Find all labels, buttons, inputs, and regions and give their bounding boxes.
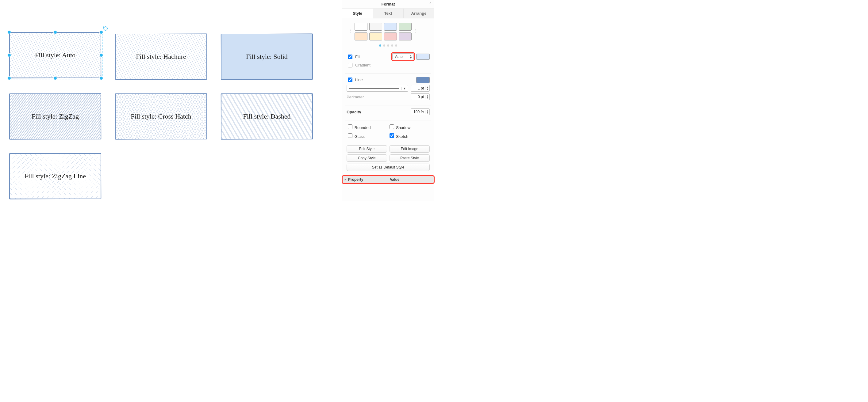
glass-label-text: Glass bbox=[354, 134, 365, 139]
swatch-page-dots bbox=[345, 42, 431, 50]
fill-label-text: Fill bbox=[355, 55, 361, 59]
glass-checkbox-label[interactable]: Glass bbox=[347, 132, 388, 139]
style-swatch[interactable] bbox=[354, 32, 367, 40]
diagram-shape[interactable]: Fill style: ZigZag Line bbox=[9, 153, 101, 199]
swatch-page-dot[interactable] bbox=[395, 44, 397, 46]
style-swatch-palette: 〈 〉 bbox=[345, 20, 431, 42]
edit-image-button[interactable]: Edit Image bbox=[390, 145, 430, 153]
diagram-shape[interactable]: Fill style: Auto bbox=[9, 32, 101, 78]
line-checkbox-label[interactable]: Line bbox=[347, 77, 363, 83]
line-width-value: 1 pt bbox=[413, 86, 425, 90]
chevron-down-icon: ▼ bbox=[401, 87, 406, 90]
shape-label: Fill style: Auto bbox=[35, 51, 75, 59]
style-swatch[interactable] bbox=[369, 32, 382, 40]
shape-flags-section: Rounded Shadow Glass Sketch bbox=[345, 120, 431, 142]
swatch-next-icon[interactable]: 〉 bbox=[414, 29, 420, 34]
fill-checkbox-label[interactable]: Fill bbox=[347, 54, 361, 60]
shape-label: Fill style: Dashed bbox=[243, 112, 290, 121]
resize-handle[interactable] bbox=[99, 53, 103, 57]
value-column-header: Value bbox=[390, 177, 432, 182]
style-swatch[interactable] bbox=[399, 32, 412, 40]
fill-style-value: Auto bbox=[395, 55, 403, 59]
swatch-prev-icon[interactable]: 〈 bbox=[347, 29, 352, 34]
diagram-shape[interactable]: Fill style: Dashed bbox=[221, 94, 313, 139]
style-swatch[interactable] bbox=[384, 23, 397, 31]
resize-handle[interactable] bbox=[53, 76, 57, 80]
swatch-page-dot[interactable] bbox=[379, 44, 381, 46]
rotate-handle-icon[interactable] bbox=[103, 26, 108, 31]
resize-handle[interactable] bbox=[7, 53, 11, 57]
set-default-style-button[interactable]: Set as Default Style bbox=[347, 164, 430, 171]
opacity-label: Opacity bbox=[347, 110, 361, 114]
shape-label: Fill style: Solid bbox=[246, 53, 288, 61]
edit-style-button[interactable]: Edit Style bbox=[347, 145, 387, 153]
sketch-checkbox-label[interactable]: Sketch bbox=[388, 132, 430, 139]
stepper-icon[interactable]: ▲▼ bbox=[425, 86, 429, 90]
style-swatch[interactable] bbox=[399, 23, 412, 31]
shadow-checkbox[interactable] bbox=[390, 124, 394, 129]
rounded-checkbox[interactable] bbox=[348, 124, 352, 129]
style-swatch[interactable] bbox=[369, 23, 382, 31]
perimeter-value: 0 pt bbox=[413, 95, 425, 99]
shape-label: Fill style: ZigZag bbox=[32, 112, 79, 121]
swatch-page-dot[interactable] bbox=[383, 44, 385, 46]
sketch-checkbox[interactable] bbox=[390, 133, 394, 138]
line-width-field[interactable]: 1 pt ▲▼ bbox=[411, 85, 430, 92]
resize-handle[interactable] bbox=[7, 30, 11, 34]
stepper-icon[interactable]: ▲▼ bbox=[425, 95, 429, 99]
opacity-field[interactable]: 100 % ▲▼ bbox=[411, 108, 430, 115]
format-panel: Format ⌃ Style Text Arrange 〈 〉 Fill bbox=[342, 0, 434, 201]
diagram-canvas[interactable]: Fill style: AutoFill style: HachureFill … bbox=[0, 0, 342, 201]
style-swatch[interactable] bbox=[354, 23, 367, 31]
tab-arrange[interactable]: Arrange bbox=[404, 8, 434, 18]
gradient-checkbox[interactable] bbox=[348, 63, 352, 67]
disclosure-triangle-icon[interactable]: ▸ bbox=[345, 178, 346, 181]
glass-checkbox[interactable] bbox=[348, 133, 352, 138]
fill-checkbox[interactable] bbox=[348, 55, 352, 59]
resize-handle[interactable] bbox=[53, 30, 57, 34]
diagram-shape[interactable]: Fill style: ZigZag bbox=[9, 94, 101, 139]
diagram-shape[interactable]: Fill style: Cross Hatch bbox=[115, 94, 207, 139]
swatch-page-dot[interactable] bbox=[391, 44, 393, 46]
perimeter-label: Perimeter bbox=[347, 95, 364, 99]
style-swatch[interactable] bbox=[384, 32, 397, 40]
opacity-section: Opacity 100 % ▲▼ bbox=[345, 105, 431, 120]
shape-label: Fill style: Cross Hatch bbox=[131, 112, 191, 121]
shadow-checkbox-label[interactable]: Shadow bbox=[388, 124, 430, 130]
tab-style[interactable]: Style bbox=[342, 8, 373, 19]
format-tabs: Style Text Arrange bbox=[342, 8, 434, 19]
format-panel-title: Format bbox=[381, 2, 395, 6]
shape-label: Fill style: ZigZag Line bbox=[25, 172, 86, 180]
line-color-well[interactable] bbox=[416, 77, 430, 83]
gradient-checkbox-label[interactable]: Gradient bbox=[347, 62, 371, 68]
collapse-icon[interactable]: ⌃ bbox=[429, 2, 432, 6]
diagram-shape[interactable]: Fill style: Solid bbox=[221, 34, 313, 80]
opacity-value: 100 % bbox=[413, 110, 425, 114]
property-column-header: Property bbox=[348, 177, 388, 182]
paste-style-button[interactable]: Paste Style bbox=[390, 155, 430, 162]
line-checkbox[interactable] bbox=[348, 77, 352, 82]
stepper-icon[interactable]: ▲▼ bbox=[425, 110, 429, 114]
resize-handle[interactable] bbox=[99, 30, 103, 34]
sketch-label-text: Sketch bbox=[396, 134, 408, 139]
line-section: Line ▼ 1 pt ▲▼ Perimeter bbox=[345, 73, 431, 105]
line-style-select[interactable]: ▼ bbox=[347, 85, 408, 92]
fill-style-select[interactable]: Auto ▲▼ bbox=[392, 53, 414, 60]
style-actions-section: Edit Style Edit Image Copy Style Paste S… bbox=[345, 142, 431, 176]
shape-label: Fill style: Hachure bbox=[136, 53, 186, 61]
swatch-page-dot[interactable] bbox=[387, 44, 389, 46]
shadow-label-text: Shadow bbox=[396, 125, 410, 130]
line-label-text: Line bbox=[355, 77, 363, 82]
fill-section: Fill Auto ▲▼ Gradient bbox=[345, 50, 431, 73]
copy-style-button[interactable]: Copy Style bbox=[347, 155, 387, 162]
tab-text[interactable]: Text bbox=[373, 8, 404, 18]
diagram-shape[interactable]: Fill style: Hachure bbox=[115, 34, 207, 80]
select-arrows-icon: ▲▼ bbox=[409, 54, 412, 59]
resize-handle[interactable] bbox=[99, 76, 103, 80]
format-panel-header: Format ⌃ bbox=[342, 0, 434, 8]
fill-color-well[interactable] bbox=[416, 54, 430, 60]
perimeter-field[interactable]: 0 pt ▲▼ bbox=[411, 94, 430, 100]
property-table-header[interactable]: ▸ Property Value bbox=[342, 176, 434, 183]
resize-handle[interactable] bbox=[7, 76, 11, 80]
rounded-checkbox-label[interactable]: Rounded bbox=[347, 124, 388, 130]
